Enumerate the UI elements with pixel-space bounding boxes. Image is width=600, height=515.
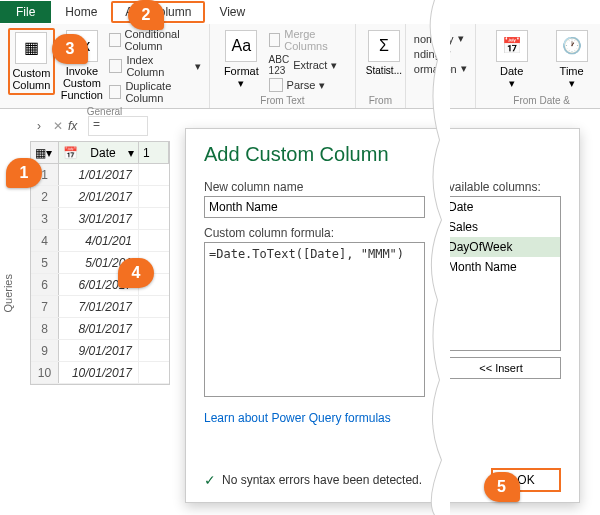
chevron-down-icon: ▾ <box>569 77 575 89</box>
merge-icon <box>269 33 281 47</box>
table-row[interactable]: 99/01/2017 <box>31 340 169 362</box>
check-icon: ✓ <box>204 472 216 488</box>
table-row[interactable]: 88/01/2017 <box>31 318 169 340</box>
chevron-down-icon: ▾ <box>458 32 464 45</box>
syntax-status: ✓ No syntax errors have been detected. <box>204 472 422 488</box>
conditional-icon <box>109 33 121 47</box>
chevron-down-icon: ▾ <box>319 79 325 92</box>
conditional-column-button[interactable]: Conditional Column <box>109 28 201 52</box>
calendar-icon: 📅 <box>496 30 528 62</box>
dialog-title: Add Custom Column <box>204 143 561 166</box>
available-column-item[interactable]: Sales <box>442 217 560 237</box>
chevron-down-icon: ▾ <box>331 59 337 72</box>
ribbon-tabs: File Home Add Column View <box>0 0 600 24</box>
custom-column-icon: ▦ <box>15 32 47 64</box>
chevron-down-icon: ▾ <box>445 47 451 60</box>
available-columns-label: Available columns: <box>441 180 561 194</box>
group-general: ▦ Custom Column ƒx Invoke Custom Functio… <box>0 24 210 108</box>
table-row[interactable]: 77/01/2017 <box>31 296 169 318</box>
cell-date[interactable]: 10/01/2017 <box>59 362 139 383</box>
format-icon: Aa <box>225 30 257 62</box>
rounding-button[interactable]: nding ▾ <box>414 47 467 60</box>
row-number: 8 <box>31 318 59 339</box>
new-column-name-label: New column name <box>204 180 425 194</box>
cell-date[interactable]: 9/01/2017 <box>59 340 139 361</box>
insert-button[interactable]: << Insert <box>441 357 561 379</box>
chevron-down-icon: ▾ <box>461 62 467 75</box>
formula-input[interactable]: = <box>88 116 148 136</box>
table-row[interactable]: 11/01/2017 <box>31 164 169 186</box>
callout-1: 1 <box>6 158 42 188</box>
formula-input[interactable]: =Date.ToText([Date], "MMM") <box>204 242 425 397</box>
chevron-down-icon[interactable]: ▾ <box>128 146 134 160</box>
extract-button[interactable]: ABC123 Extract ▾ <box>269 54 347 76</box>
callout-3: 3 <box>52 34 88 64</box>
chevron-down-icon: ▾ <box>238 77 244 89</box>
formula-label: Custom column formula: <box>204 226 425 240</box>
information-button[interactable]: ormation ▾ <box>414 62 467 75</box>
row-number: 2 <box>31 186 59 207</box>
chevron-down-icon: ▾ <box>509 77 515 89</box>
group-label-datetime: From Date & <box>484 95 600 106</box>
row-number: 9 <box>31 340 59 361</box>
row-number: 3 <box>31 208 59 229</box>
parse-icon <box>269 78 283 92</box>
sigma-icon: Σ <box>368 30 400 62</box>
row-number: 5 <box>31 252 59 273</box>
clock-icon: 🕐 <box>556 30 588 62</box>
group-date-time: 📅 Date▾ 🕐 Time▾ From Date & <box>476 24 600 108</box>
trigonometry-button[interactable]: nometry ▾ <box>414 32 467 45</box>
group-label-number: From <box>364 95 397 106</box>
cell-date[interactable]: 1/01/2017 <box>59 164 139 185</box>
date-button[interactable]: 📅 Date▾ <box>484 28 540 91</box>
fx-icon: fx <box>68 119 88 133</box>
tab-home[interactable]: Home <box>51 1 111 23</box>
merge-columns-button[interactable]: Merge Columns <box>269 28 347 52</box>
cell-date[interactable]: 7/01/2017 <box>59 296 139 317</box>
callout-4: 4 <box>118 258 154 288</box>
tab-file[interactable]: File <box>0 1 51 23</box>
format-button[interactable]: Aa Format▾ <box>218 28 265 91</box>
available-column-item[interactable]: Month Name <box>442 257 560 277</box>
cell-date[interactable]: 4/01/201 <box>59 230 139 251</box>
time-button[interactable]: 🕐 Time▾ <box>544 28 600 91</box>
table-row[interactable]: 1010/01/2017 <box>31 362 169 384</box>
group-from-number: Σ Statist... From <box>356 24 406 108</box>
table-row[interactable]: 44/01/201 <box>31 230 169 252</box>
ribbon: ▦ Custom Column ƒx Invoke Custom Functio… <box>0 24 600 109</box>
group-label-text: From Text <box>218 95 347 106</box>
table-row[interactable]: 33/01/2017 <box>31 208 169 230</box>
callout-2: 2 <box>128 0 164 30</box>
table-row[interactable]: 22/01/2017 <box>31 186 169 208</box>
callout-5: 5 <box>484 472 520 502</box>
row-number: 4 <box>31 230 59 251</box>
available-column-item[interactable]: DayOfWeek <box>442 237 560 257</box>
column-header-date[interactable]: 📅Date▾ <box>59 142 139 163</box>
expand-icon[interactable]: › <box>30 119 48 133</box>
duplicate-column-button[interactable]: Duplicate Column <box>109 80 201 104</box>
learn-link[interactable]: Learn about Power Query formulas <box>204 411 425 425</box>
cell-date[interactable]: 3/01/2017 <box>59 208 139 229</box>
row-number: 7 <box>31 296 59 317</box>
group-number-right: nometry ▾ nding ▾ ormation ▾ <box>406 24 476 108</box>
parse-button[interactable]: Parse ▾ <box>269 78 347 92</box>
available-columns-list[interactable]: DateSalesDayOfWeekMonth Name <box>441 196 561 351</box>
add-custom-column-dialog: Add Custom Column New column name Custom… <box>185 128 580 503</box>
queries-pane-tab[interactable]: Queries <box>2 274 14 313</box>
custom-column-button[interactable]: ▦ Custom Column <box>8 28 55 95</box>
index-icon <box>109 59 122 73</box>
chevron-down-icon: ▾ <box>195 60 201 73</box>
group-from-text: Aa Format▾ Merge Columns ABC123 Extract … <box>210 24 356 108</box>
statistics-button[interactable]: Σ Statist... <box>364 28 404 78</box>
row-number: 10 <box>31 362 59 383</box>
cancel-icon[interactable]: ✕ <box>48 119 68 133</box>
available-column-item[interactable]: Date <box>442 197 560 217</box>
cell-date[interactable]: 2/01/2017 <box>59 186 139 207</box>
column-header-extra[interactable]: 1 <box>139 142 169 163</box>
cell-date[interactable]: 8/01/2017 <box>59 318 139 339</box>
row-number: 6 <box>31 274 59 295</box>
duplicate-icon <box>109 85 121 99</box>
index-column-button[interactable]: Index Column ▾ <box>109 54 201 78</box>
new-column-name-input[interactable] <box>204 196 425 218</box>
tab-view[interactable]: View <box>205 1 259 23</box>
